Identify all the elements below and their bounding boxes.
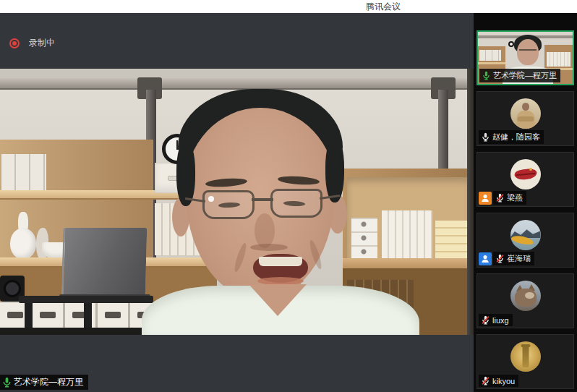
avatar bbox=[510, 341, 541, 372]
avatar bbox=[510, 281, 541, 311]
glasses-lens-right bbox=[270, 189, 322, 218]
shelf-rail bbox=[0, 78, 474, 90]
mini-shelf-board bbox=[478, 62, 505, 64]
participant-label: 赵健，随园客 bbox=[479, 130, 544, 144]
drawer-handle bbox=[40, 312, 56, 318]
mic-muted-icon bbox=[495, 254, 505, 263]
speaker-nose bbox=[255, 213, 275, 248]
drawer-handle bbox=[7, 312, 23, 318]
participant-name: 赵健，随园客 bbox=[492, 132, 540, 142]
camera-lens-icon bbox=[4, 280, 21, 297]
window-title: 腾讯会议 bbox=[366, 1, 401, 13]
mic-icon bbox=[481, 132, 490, 142]
member-badge-icon bbox=[479, 252, 492, 265]
binder-ring-dots bbox=[361, 218, 367, 259]
table-frame bbox=[19, 296, 153, 303]
speaker-hair-side bbox=[176, 141, 195, 206]
participant-tile-self[interactable]: 艺术学院—程万里 bbox=[476, 30, 574, 85]
recording-label: 录制中 bbox=[29, 37, 55, 49]
participant-label: 梁燕 bbox=[493, 191, 526, 205]
file-boxes bbox=[1, 154, 46, 192]
participant-name: 梁燕 bbox=[507, 192, 523, 203]
meeting-window: 腾讯会议 录制中 bbox=[0, 0, 577, 392]
white-vase bbox=[10, 228, 36, 259]
avatar bbox=[510, 220, 541, 250]
speaker-name-label: 艺术学院—程万里 bbox=[0, 375, 88, 390]
meeting-content: 录制中 bbox=[0, 13, 577, 392]
participant-name: kikyou bbox=[492, 377, 515, 385]
speaker-teeth bbox=[259, 257, 302, 266]
window-titlebar: 腾讯会议 bbox=[0, 0, 577, 13]
laptop bbox=[61, 228, 148, 297]
glasses-lens-left bbox=[202, 190, 255, 219]
participant-name: 崔海瑞 bbox=[507, 253, 531, 264]
participant-tile-3[interactable]: 梁燕 bbox=[476, 152, 574, 207]
mic-active-icon bbox=[482, 71, 491, 80]
participants-sidebar: 艺术学院—程万里 赵健，随园客 bbox=[474, 13, 577, 392]
participant-name: 艺术学院—程万里 bbox=[493, 70, 557, 81]
participant-tile-4[interactable]: 崔海瑞 bbox=[476, 213, 574, 268]
participant-tile-2[interactable]: 赵健，随园客 bbox=[476, 91, 574, 146]
mini-clock bbox=[508, 41, 514, 47]
record-icon bbox=[9, 38, 20, 48]
mic-active-icon bbox=[1, 377, 12, 388]
mic-muted-icon bbox=[481, 376, 490, 385]
wall-top-strip bbox=[0, 69, 474, 78]
participant-label: 崔海瑞 bbox=[493, 252, 534, 265]
speaker-lower-lip bbox=[257, 277, 304, 285]
glasses-bridge bbox=[252, 198, 273, 201]
mini-file-boxes bbox=[479, 50, 501, 61]
presenter-badge-icon bbox=[479, 192, 492, 205]
speaker-nose-shadow bbox=[250, 244, 288, 251]
mic-muted-icon bbox=[495, 193, 505, 203]
speaker-name: 艺术学院—程万里 bbox=[14, 376, 83, 388]
main-speaker-video[interactable] bbox=[0, 69, 474, 335]
participant-tile-6[interactable]: kikyou bbox=[476, 334, 574, 389]
main-stage: 录制中 bbox=[0, 13, 474, 392]
glasses-glint bbox=[208, 196, 214, 202]
participant-name: liuxg bbox=[492, 316, 509, 325]
participant-label: kikyou bbox=[479, 375, 518, 387]
white-books bbox=[382, 210, 432, 259]
participant-label: 艺术学院—程万里 bbox=[479, 69, 560, 82]
mini-books bbox=[547, 52, 570, 67]
drawer-handle bbox=[105, 312, 121, 318]
avatar bbox=[510, 98, 541, 129]
floor-shadow bbox=[0, 328, 153, 335]
participant-label: liuxg bbox=[479, 314, 513, 326]
right-shelf-board bbox=[343, 258, 474, 270]
participant-tile-5[interactable]: liuxg bbox=[476, 273, 574, 328]
stacked-books bbox=[435, 221, 470, 259]
mini-speaker-glasses bbox=[519, 49, 537, 54]
recording-indicator: 录制中 bbox=[9, 37, 55, 49]
mic-muted-icon bbox=[481, 315, 490, 325]
right-edge-post bbox=[467, 69, 474, 335]
speaker-hair-side bbox=[325, 137, 344, 203]
avatar bbox=[510, 159, 541, 189]
